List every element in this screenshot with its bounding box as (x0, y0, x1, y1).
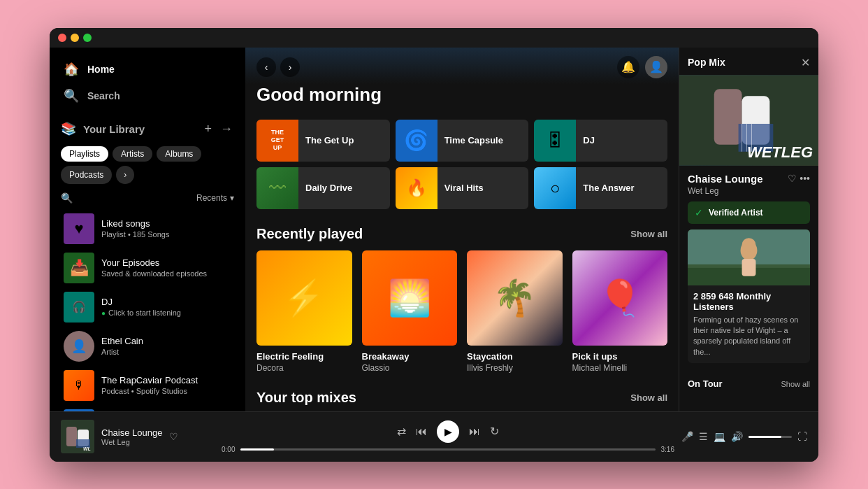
recents-sort-button[interactable]: Recents ▾ (196, 193, 234, 203)
top-mixes-header: Your top mixes Show all (256, 390, 667, 406)
list-item[interactable]: ♥ Liked songs Playlist • 185 Songs (58, 209, 237, 248)
dj-thumb: 🎧 (64, 292, 94, 323)
filter-podcasts[interactable]: Podcasts (61, 166, 112, 184)
close-right-panel-button[interactable]: ✕ (801, 56, 810, 69)
card-thumb: 🌴 (467, 250, 563, 346)
filter-albums[interactable]: Albums (157, 146, 201, 162)
lyrics-button[interactable]: 🎤 (681, 431, 693, 442)
repeat-button[interactable]: ↻ (490, 425, 499, 438)
quick-pick-thumb: ○ (534, 167, 576, 209)
podcast-info: The RapCaviar Podcast Podcast • Spotify … (101, 375, 231, 395)
player-controls: ⇄ ⏮ ▶ ⏭ ↻ (397, 420, 499, 443)
player-track-artist: Wet Leg (101, 438, 162, 446)
episodes-name: Your Episodes (101, 257, 231, 268)
card-subtitle: Illvis Freshly (467, 363, 563, 373)
notifications-button[interactable]: 🔔 (617, 56, 639, 78)
episodes-info: Your Episodes Saved & downloaded episode… (101, 257, 231, 278)
card[interactable]: 🌴 Staycation Illvis Freshly (467, 250, 563, 374)
card-title: Electric Feeling (256, 351, 352, 362)
devices-button[interactable]: 💻 (714, 431, 725, 442)
play-pause-button[interactable]: ▶ (437, 420, 459, 443)
volume-slider[interactable] (748, 436, 792, 438)
card[interactable]: 🎈 Pick it ups Michael Minelli (572, 250, 668, 374)
filter-artists[interactable]: Artists (113, 146, 152, 162)
list-item[interactable]: 📥 Your Episodes Saved & downloaded episo… (58, 248, 237, 288)
player-like-button[interactable]: ♡ (169, 431, 178, 442)
close-traffic-light[interactable] (58, 34, 66, 42)
recently-played-header: Recently played Show all (256, 226, 667, 242)
expand-library-button[interactable]: → (219, 120, 234, 138)
recents-label: Recents (196, 193, 227, 203)
greeting-text: Good morning (256, 84, 667, 108)
list-item[interactable]: 🎧 DJ ● Click to start listening (58, 288, 237, 327)
quick-pick-item[interactable]: 🔥 Viral Hits (396, 167, 529, 209)
app-window: 🏠 Home 🔍 Search 📚 Your Library + → (50, 28, 818, 462)
add-library-button[interactable]: + (203, 120, 213, 138)
back-button[interactable]: ‹ (256, 57, 276, 77)
minimize-traffic-light[interactable] (71, 34, 79, 42)
svg-text:WL: WL (83, 446, 91, 451)
forward-button[interactable]: › (280, 57, 300, 77)
quick-pick-label: Viral Hits (444, 183, 484, 193)
shuffle-button[interactable]: ⇄ (397, 425, 406, 438)
on-tour-show-all-button[interactable]: Show all (781, 380, 810, 388)
listeners-desc: Forming out of hazy scenes on their nati… (693, 315, 804, 358)
quick-pick-item[interactable]: 🎛 DJ (534, 120, 667, 162)
card-title: Staycation (467, 351, 563, 362)
progress-track[interactable] (240, 448, 655, 451)
list-item[interactable]: 👤 Ethel Cain Artist (58, 327, 237, 366)
recently-played-show-all[interactable]: Show all (630, 229, 667, 239)
queue-button[interactable]: ☰ (699, 431, 708, 442)
player-bar: WL Chaise Lounge Wet Leg ♡ ⇄ ⏮ ▶ ⏭ ↻ 0:0… (50, 411, 818, 462)
volume-fill (748, 436, 781, 438)
verified-text: Verified Artist (709, 208, 763, 218)
quick-pick-item[interactable]: 🌀 Time Capsule (396, 120, 529, 162)
right-panel: Pop Mix ✕ WETLEG (679, 48, 818, 411)
center-header: ‹ › 🔔 👤 (245, 48, 679, 84)
svg-rect-14 (66, 427, 77, 446)
sidebar-search[interactable]: 🔍 Search (61, 83, 234, 109)
filter-pills: Playlists Artists Albums Podcasts › (55, 143, 240, 190)
like-artist-button[interactable]: ♡ (788, 173, 797, 184)
previous-button[interactable]: ⏮ (416, 425, 427, 438)
dj-info: DJ ● Click to start listening (101, 297, 231, 317)
user-avatar[interactable]: 👤 (645, 56, 667, 78)
quick-pick-thumb: THEGETUP (256, 120, 298, 162)
quick-pick-item[interactable]: 〰 Daily Drive (256, 167, 390, 209)
on-tour-title: On Tour (688, 378, 723, 389)
search-label: Search (87, 90, 120, 101)
list-item[interactable]: 🎵 big on the internet Playlist • Spotify (58, 405, 237, 411)
filter-playlists[interactable]: Playlists (61, 146, 108, 162)
traffic-lights (58, 34, 92, 42)
player-left: WL Chaise Lounge Wet Leg ♡ (61, 420, 215, 453)
home-label: Home (87, 64, 115, 75)
svg-rect-11 (742, 258, 756, 276)
header-right: 🔔 👤 (617, 56, 667, 78)
filter-more-button[interactable]: › (116, 166, 134, 184)
next-button[interactable]: ⏭ (469, 425, 480, 438)
recently-played-title[interactable]: Recently played (256, 226, 363, 242)
artist-bio-content: 2 859 648 Monthly Listeners Forming out … (688, 285, 810, 364)
progress-bar-container: 0:00 3:16 (222, 446, 674, 453)
sidebar-home[interactable]: 🏠 Home (61, 56, 234, 83)
svg-point-12 (742, 238, 756, 252)
more-options-button[interactable]: ••• (800, 173, 810, 184)
title-bar (50, 28, 818, 48)
current-time: 0:00 (222, 446, 235, 453)
verified-badge: ✓ Verified Artist (688, 201, 810, 224)
player-album-art: WL (61, 420, 94, 453)
fullscreen-traffic-light[interactable] (83, 34, 92, 42)
quick-pick-label: The Answer (583, 183, 634, 193)
top-mixes-show-all[interactable]: Show all (630, 392, 667, 403)
verified-check-icon: ✓ (695, 207, 703, 218)
artist-name-overlay: WETLEG (747, 145, 813, 160)
quick-picks-grid: THEGETUP The Get Up 🌀 Time Capsule 🎛 (256, 120, 667, 209)
fullscreen-button[interactable]: ⛶ (797, 431, 807, 442)
card[interactable]: ⚡ Electric Feeling Decora (256, 250, 352, 374)
top-mixes-title[interactable]: Your top mixes (256, 390, 356, 406)
artist-subtitle: Wet Leg (688, 186, 810, 196)
card[interactable]: 🌅 Breakaway Glassio (362, 250, 458, 374)
quick-pick-item[interactable]: THEGETUP The Get Up (256, 120, 390, 162)
quick-pick-item[interactable]: ○ The Answer (534, 167, 667, 209)
list-item[interactable]: 🎙 The RapCaviar Podcast Podcast • Spotif… (58, 366, 237, 405)
